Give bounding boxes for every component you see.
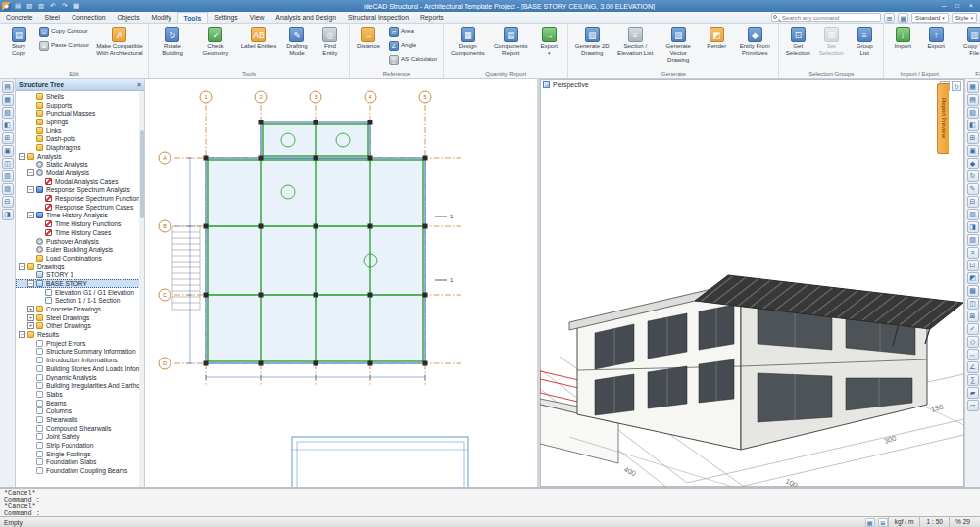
tree-item[interactable]: Structure Summary Information xyxy=(16,348,144,357)
tree-item[interactable]: Elevation G1 / G1 Elevation xyxy=(16,288,144,297)
refresh-view-button[interactable]: ↻ xyxy=(952,81,961,91)
left-toolbar-icon[interactable]: ▥ xyxy=(2,170,14,182)
tree-item[interactable]: Time History Functions xyxy=(16,219,144,228)
right-toolbar-icon[interactable]: ◩ xyxy=(967,272,979,284)
as-calculator-button[interactable]: ∑ AS Calculator xyxy=(386,53,440,66)
tree-item[interactable]: Load Combinations xyxy=(16,254,144,263)
tree-item[interactable]: Compound Shearwalls xyxy=(16,424,144,433)
tree-item[interactable]: Shearwalls xyxy=(16,415,144,424)
right-toolbar-icon[interactable]: ▣ xyxy=(967,145,979,157)
export-button[interactable]: ↑ Export xyxy=(920,25,952,71)
tree-expander-icon[interactable]: − xyxy=(19,331,25,338)
tree-item[interactable]: Shells xyxy=(16,92,144,101)
tree-item[interactable]: − Results xyxy=(16,330,144,339)
scale-indicator[interactable]: 1 : 50 xyxy=(919,517,949,527)
tree-expander-icon[interactable]: + xyxy=(27,314,34,321)
left-toolbar-icon[interactable]: ▦ xyxy=(2,94,14,106)
ribbon-tab[interactable]: Structural Inspection xyxy=(342,12,415,23)
right-toolbar-icon[interactable]: ✓ xyxy=(967,323,979,335)
ribbon-tab[interactable]: Concrete xyxy=(0,12,39,23)
tree-item[interactable]: Foundation Slabs xyxy=(16,458,144,467)
right-toolbar-icon[interactable]: ▩ xyxy=(967,285,979,297)
entity-from-primitives-button[interactable]: ◆ Entity From Primitives xyxy=(734,25,775,71)
right-toolbar-icon[interactable]: ▦ xyxy=(967,81,979,93)
group-list-button[interactable]: ≡ Group List xyxy=(849,25,880,71)
tree-item[interactable]: − BASE STORY xyxy=(16,279,144,288)
tree-item[interactable]: Punctual Masses xyxy=(16,109,144,118)
tree-item[interactable]: Project Errors xyxy=(16,339,144,348)
tree-item[interactable]: Supports xyxy=(16,101,144,110)
new-file-icon[interactable]: ▤ xyxy=(13,1,23,11)
tree-expander-icon[interactable]: − xyxy=(19,264,25,270)
tree-item[interactable]: Diaphragms xyxy=(16,143,144,152)
standard-combo[interactable]: Standard▾ xyxy=(911,13,949,23)
ribbon-tab[interactable]: Reports xyxy=(415,12,450,23)
generate-vector-drawing-button[interactable]: ▨ Generate Vector Drawing xyxy=(658,25,699,71)
perspective-view[interactable]: Perspective ▣ ↻ xyxy=(540,79,964,487)
command-line[interactable]: *Cancel*Command :*Cancel*Command : xyxy=(0,487,980,516)
copy-contour-button[interactable]: ⊡ Copy Contour xyxy=(36,25,92,38)
copy-to-file-button[interactable]: ▥ Copy To File xyxy=(958,25,980,71)
grid-toggle-icon[interactable]: ⊞ xyxy=(884,13,895,23)
grid-toggle-icon[interactable]: ⊞ xyxy=(878,518,888,527)
right-toolbar-icon[interactable]: ≡ xyxy=(967,247,979,259)
right-toolbar-icon[interactable]: ✎ xyxy=(967,183,979,195)
ribbon-tab[interactable]: Objects xyxy=(111,12,145,23)
paste-contour-button[interactable]: ⊞ Paste Contour xyxy=(36,39,92,52)
render-button[interactable]: ◩ Render xyxy=(701,25,732,71)
undo-icon[interactable]: ↶ xyxy=(48,1,58,11)
style-combo[interactable]: Style▾ xyxy=(952,13,977,23)
right-toolbar-icon[interactable]: ↔ xyxy=(967,349,979,360)
save-file-icon[interactable]: ▥ xyxy=(36,1,46,11)
snap-toggle-icon[interactable]: ▦ xyxy=(865,518,875,527)
right-toolbar-icon[interactable]: ◆ xyxy=(967,158,979,169)
redo-icon[interactable]: ↷ xyxy=(60,1,70,11)
right-toolbar-icon[interactable]: ◫ xyxy=(967,298,979,310)
right-toolbar-icon[interactable]: ▰ xyxy=(967,387,979,399)
tree-item[interactable]: Euler Buckling Analysis xyxy=(16,245,144,254)
report-preview-tab[interactable]: Report Preview xyxy=(937,83,949,154)
design-components-button[interactable]: ▦ Design Components xyxy=(447,25,488,71)
left-toolbar-icon[interactable]: ▤ xyxy=(2,81,14,93)
right-toolbar-icon[interactable]: ▤ xyxy=(967,94,979,106)
sheet-view-icon[interactable]: ▦ xyxy=(898,13,908,23)
right-toolbar-icon[interactable]: ◨ xyxy=(967,221,979,233)
ribbon-tab[interactable]: Analysis and Design xyxy=(270,12,342,23)
distance-button[interactable]: ↔ Distance xyxy=(353,25,384,71)
ribbon-tab[interactable]: Settings xyxy=(208,12,244,23)
tree-item[interactable]: Joint Safety xyxy=(16,433,144,442)
maximize-button[interactable]: □ xyxy=(951,1,964,11)
close-button[interactable]: × xyxy=(964,1,978,11)
components-report-button[interactable]: ▤ Components Report xyxy=(490,25,531,71)
right-toolbar-icon[interactable]: ∑ xyxy=(967,374,979,386)
right-toolbar-icon[interactable]: ∠ xyxy=(967,361,979,373)
area-button[interactable]: ▱ Area xyxy=(386,25,440,38)
generate-2d-drawing-button[interactable]: ▧ Generate 2D Drawing xyxy=(571,25,612,71)
tree-item[interactable]: Static Analysis xyxy=(16,161,144,169)
search-input[interactable] xyxy=(771,13,881,22)
tree-scrollbar-thumb[interactable] xyxy=(140,130,144,218)
tree-item[interactable]: Foundation Coupling Beams xyxy=(16,466,144,475)
angle-button[interactable]: ∠ Angle xyxy=(386,39,440,52)
drafting-mode-button[interactable]: ✎ Drafting Mode xyxy=(281,25,313,71)
import-button[interactable]: ↓ Import xyxy=(887,25,918,71)
ribbon-tab[interactable]: View xyxy=(244,12,270,23)
tree-item[interactable]: Links xyxy=(16,126,144,135)
right-toolbar-icon[interactable]: ⊠ xyxy=(967,311,979,322)
tree-expander-icon[interactable]: − xyxy=(27,186,34,193)
left-toolbar-icon[interactable]: ◧ xyxy=(2,120,14,131)
left-toolbar-icon[interactable]: ▧ xyxy=(2,107,14,119)
tree-scrollbar[interactable] xyxy=(139,91,144,487)
zoom-indicator[interactable]: % 29 xyxy=(949,517,976,527)
right-toolbar-icon[interactable]: ▨ xyxy=(967,234,979,246)
tree-item[interactable]: + Concrete Drawings xyxy=(16,305,144,313)
tree-expander-icon[interactable]: − xyxy=(27,169,34,176)
tree-item[interactable]: − Drawings xyxy=(16,263,144,271)
tree-expander-icon[interactable]: + xyxy=(27,322,34,329)
tree-item[interactable]: Columns xyxy=(16,407,144,415)
right-toolbar-icon[interactable]: ⊞ xyxy=(967,132,979,144)
ribbon-tab[interactable]: Tools xyxy=(177,12,209,23)
tree-item[interactable]: Time History Cases xyxy=(16,228,144,237)
plan-canvas[interactable]: 1 2 3 4 5 A B C D xyxy=(145,79,537,487)
tree-item[interactable]: − Analysis xyxy=(16,152,144,161)
